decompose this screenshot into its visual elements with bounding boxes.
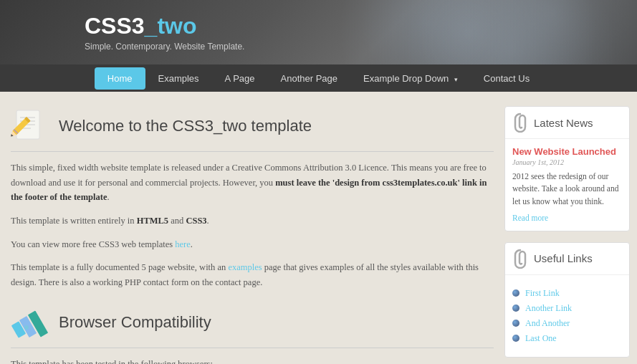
nav-link-apage[interactable]: A Page <box>212 67 268 90</box>
link-and-another[interactable]: And Another <box>525 318 570 329</box>
site-title-colored: _two <box>145 13 197 39</box>
useful-links-body: First Link Another Link And Another Last… <box>505 275 629 357</box>
welcome-section: Welcome to the CSS3_two template This si… <box>11 106 494 289</box>
welcome-para3: You can view more free CSS3 web template… <box>11 237 494 252</box>
site-tagline: Simple. Contemporary. Website Template. <box>85 42 244 52</box>
link-first[interactable]: First Link <box>525 288 560 299</box>
sidebar: Latest News New Website Launched January… <box>504 106 630 364</box>
nav-item-apage[interactable]: A Page <box>212 67 268 90</box>
nav-item-dropdown[interactable]: Example Drop Down ▾ <box>350 67 471 90</box>
latest-news-title: Latest News <box>534 117 593 129</box>
link-item: First Link <box>512 286 622 301</box>
latest-news-header: Latest News <box>505 107 629 139</box>
here-link[interactable]: here <box>175 239 191 249</box>
chevron-down-icon: ▾ <box>454 76 458 83</box>
examples-link[interactable]: examples <box>228 262 262 272</box>
main-nav: Home Examples A Page Another Page Exampl… <box>0 64 637 92</box>
link-item: Last One <box>512 331 622 346</box>
link-bullet-icon <box>512 305 519 312</box>
news-text: 2012 sees the redesign of our website. T… <box>512 171 622 208</box>
nav-item-home[interactable]: Home <box>95 67 145 90</box>
nav-item-contact[interactable]: Contact Us <box>471 67 542 90</box>
useful-links-panel: Useful Links First Link Another Link And… <box>504 242 630 358</box>
main-content: Welcome to the CSS3_two template This si… <box>7 106 504 364</box>
news-date: January 1st, 2012 <box>512 158 622 166</box>
compat-title: Browser Compatibility <box>59 313 211 332</box>
read-more-link[interactable]: Read more <box>512 214 548 222</box>
welcome-title: Welcome to the CSS3_two template <box>59 117 312 135</box>
link-bullet-icon <box>512 320 519 327</box>
clip-icon <box>512 112 528 133</box>
compat-icon <box>11 302 50 342</box>
nav-link-examples[interactable]: Examples <box>145 67 212 90</box>
latest-news-panel: Latest News New Website Launched January… <box>504 106 630 231</box>
link-bullet-icon <box>512 335 519 342</box>
site-title-plain: CSS3 <box>85 13 145 39</box>
link-item: And Another <box>512 316 622 331</box>
compat-header: Browser Compatibility <box>11 302 494 348</box>
useful-links-title: Useful Links <box>534 252 593 264</box>
nav-item-examples[interactable]: Examples <box>145 67 212 90</box>
nav-link-contact[interactable]: Contact Us <box>471 67 542 90</box>
page-wrapper: Welcome to the CSS3_two template This si… <box>0 92 637 364</box>
link-another[interactable]: Another Link <box>525 303 572 314</box>
link-bullet-icon <box>512 289 519 297</box>
welcome-para4: This template is a fully documented 5 pa… <box>11 260 494 289</box>
news-headline: New Website Launched <box>512 146 622 157</box>
welcome-para1: This simple, fixed width website templat… <box>11 161 494 205</box>
svg-point-13 <box>16 330 20 335</box>
svg-point-14 <box>24 325 29 330</box>
latest-news-body: New Website Launched January 1st, 2012 2… <box>505 139 629 231</box>
nav-link-home[interactable]: Home <box>95 67 145 90</box>
nav-list: Home Examples A Page Another Page Exampl… <box>95 67 542 90</box>
pencil-icon <box>11 106 50 145</box>
useful-links-header: Useful Links <box>505 243 629 275</box>
compat-intro: This template has been tested in the fol… <box>11 357 494 364</box>
welcome-para2: This template is written entirely in HTM… <box>11 214 494 229</box>
nav-link-dropdown[interactable]: Example Drop Down ▾ <box>350 67 471 90</box>
nav-link-anotherpage[interactable]: Another Page <box>268 67 351 90</box>
nav-item-anotherpage[interactable]: Another Page <box>268 67 351 90</box>
compat-section: Browser Compatibility This template has … <box>11 302 494 364</box>
link-last[interactable]: Last One <box>525 333 557 344</box>
welcome-header: Welcome to the CSS3_two template <box>11 106 494 152</box>
site-header: CSS3_two Simple. Contemporary. Website T… <box>0 0 637 64</box>
site-title: CSS3_two <box>85 13 196 39</box>
clip-icon-2 <box>512 249 528 269</box>
link-item: Another Link <box>512 301 622 316</box>
useful-links-list: First Link Another Link And Another Last… <box>512 282 622 350</box>
